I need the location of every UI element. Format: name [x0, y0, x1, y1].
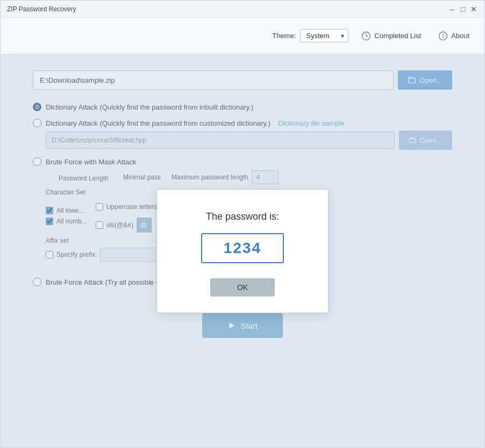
about-button[interactable]: About [434, 29, 474, 43]
completed-list-label: Completed List [374, 32, 421, 40]
header-bar: Theme: System Light Dark Completed List [1, 18, 484, 54]
close-button[interactable]: ✕ [469, 5, 478, 13]
theme-section: Theme: System Light Dark [272, 29, 348, 42]
main-window: ZIP Password Recovery – □ ✕ Theme: Syste… [0, 0, 485, 448]
dialog-title: The password is: [206, 211, 279, 222]
theme-label: Theme: [272, 32, 296, 40]
password-dialog: The password is: 1234 OK [156, 189, 329, 313]
theme-select[interactable]: System Light Dark [300, 29, 348, 42]
info-icon [438, 31, 448, 41]
theme-select-wrapper: System Light Dark [300, 29, 348, 42]
window-controls: – □ ✕ [448, 5, 478, 13]
dialog-password: 1234 [201, 233, 284, 263]
main-content: Open... Dictionary Attack (Quickly find … [1, 54, 484, 447]
about-label: About [451, 32, 469, 40]
dialog-overlay: The password is: 1234 OK [1, 54, 484, 447]
window-title: ZIP Password Recovery [7, 5, 448, 13]
dialog-ok-button[interactable]: OK [210, 278, 275, 297]
maximize-button[interactable]: □ [459, 5, 467, 13]
minimize-button[interactable]: – [448, 5, 457, 13]
completed-list-button[interactable]: Completed List [357, 29, 425, 43]
history-icon [361, 31, 371, 41]
title-bar: ZIP Password Recovery – □ ✕ [1, 1, 484, 18]
